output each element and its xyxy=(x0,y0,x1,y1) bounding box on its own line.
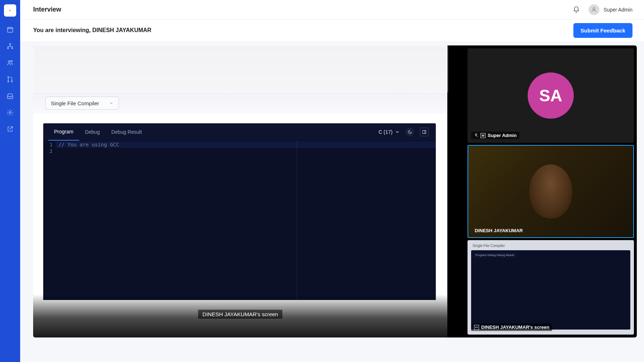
participant-indicator: M xyxy=(480,133,486,138)
video-tile-screenshare[interactable]: Single File Compiler Program Debug Debug… xyxy=(468,240,634,335)
editor-toolbar: Program Debug Debug Result C (17) xyxy=(43,123,436,141)
video-tile-self[interactable]: SA M Super Admin xyxy=(468,48,634,143)
line-number: 2 xyxy=(43,148,55,154)
editor-toolbar-right: C (17) xyxy=(379,123,429,141)
svg-point-3 xyxy=(12,48,13,49)
compiler-dropdown[interactable]: Single File Compiler xyxy=(45,97,119,110)
page-title: Interview xyxy=(33,6,61,13)
svg-point-7 xyxy=(8,81,9,82)
chevron-down-icon xyxy=(109,101,113,105)
gear-icon[interactable] xyxy=(6,109,14,116)
language-dropdown[interactable]: C (17) xyxy=(379,129,400,135)
editor-body[interactable]: 1 2 // You are using GCC xyxy=(43,141,436,300)
top-right-cluster: Super Admin xyxy=(573,4,632,15)
shared-screen-label: DINESH JAYAKUMAR's screen xyxy=(198,310,282,319)
svg-point-6 xyxy=(8,77,9,78)
user-avatar-icon xyxy=(589,4,599,15)
compiler-dropdown-label: Single File Compiler xyxy=(51,100,99,106)
tab-debug[interactable]: Debug xyxy=(79,123,106,141)
svg-point-9 xyxy=(9,112,11,114)
video-tile-candidate[interactable]: DINESH JAYAKUMAR xyxy=(468,145,634,238)
svg-point-2 xyxy=(8,48,9,49)
pull-request-icon[interactable] xyxy=(6,76,14,83)
left-nav-rail: •• xyxy=(0,0,20,362)
svg-rect-11 xyxy=(423,131,426,134)
code-area[interactable]: // You are using GCC xyxy=(55,141,436,300)
code-editor: Program Debug Debug Result C (17) 1 2 xyxy=(43,123,436,300)
shared-screen-region: Single File Compiler Program Debug Debug… xyxy=(33,45,447,337)
svg-point-1 xyxy=(9,44,10,45)
mini-editor-tabs: Program Debug Debug Result xyxy=(473,252,517,258)
tile-name-badge: M Super Admin xyxy=(471,132,519,139)
tile-name-badge: ▭ DINESH JAYAKUMAR's screen xyxy=(471,323,552,331)
theme-toggle-icon[interactable] xyxy=(406,128,414,136)
tile-name-badge: DINESH JAYAKUMAR xyxy=(472,227,526,234)
mini-compiler-label: Single File Compiler xyxy=(473,244,505,248)
compiler-row: Single File Compiler xyxy=(33,92,447,114)
submit-feedback-button[interactable]: Submit Feedback xyxy=(573,23,632,38)
svg-point-10 xyxy=(593,8,595,10)
user-chip[interactable]: Super Admin xyxy=(589,4,632,15)
calendar-icon[interactable] xyxy=(6,26,14,33)
mini-editor xyxy=(471,250,630,330)
svg-point-5 xyxy=(11,61,12,62)
meeting-canvas: Single File Compiler Program Debug Debug… xyxy=(33,45,637,337)
participant-name: DINESH JAYAKUMAR xyxy=(475,228,523,233)
svg-point-4 xyxy=(8,61,10,62)
inbox-icon[interactable] xyxy=(6,92,14,100)
panel-toggle-icon[interactable] xyxy=(420,128,429,136)
language-label: C (17) xyxy=(379,129,393,135)
video-column: SA M Super Admin DINESH JAYAKUMAR Single… xyxy=(468,48,634,335)
svg-rect-0 xyxy=(8,27,13,32)
participant-name: Super Admin xyxy=(488,133,516,138)
sub-header: You are interviewing, DINESH JAYAKUMAR S… xyxy=(20,19,644,41)
editor-tabs: Program Debug Debug Result xyxy=(48,123,148,141)
hierarchy-icon[interactable] xyxy=(6,43,14,50)
interviewee-title: You are interviewing, DINESH JAYAKUMAR xyxy=(33,27,151,34)
editor-split-line xyxy=(297,141,297,300)
external-link-icon[interactable] xyxy=(6,125,14,133)
code-line xyxy=(55,148,436,154)
tab-debug-result[interactable]: Debug Result xyxy=(106,123,148,141)
shared-screen-footer: DINESH JAYAKUMAR's screen xyxy=(33,294,447,337)
screen-share-icon: ▭ xyxy=(474,325,479,330)
line-number: 1 xyxy=(43,141,55,148)
top-bar: Interview Super Admin xyxy=(20,0,644,19)
line-gutter: 1 2 xyxy=(43,141,55,300)
tab-program[interactable]: Program xyxy=(48,123,79,141)
chevron-down-icon xyxy=(395,129,400,134)
blurred-content xyxy=(33,45,447,92)
code-line: // You are using GCC xyxy=(55,141,436,148)
candidate-video-placeholder xyxy=(529,164,572,218)
bell-icon[interactable] xyxy=(573,6,580,13)
self-avatar: SA xyxy=(528,72,574,119)
user-name-label: Super Admin xyxy=(604,7,632,13)
svg-point-8 xyxy=(11,81,12,82)
mic-muted-icon xyxy=(474,133,478,138)
people-icon[interactable] xyxy=(6,59,14,66)
participant-name: DINESH JAYAKUMAR's screen xyxy=(481,325,549,330)
app-logo[interactable]: •• xyxy=(4,4,16,17)
